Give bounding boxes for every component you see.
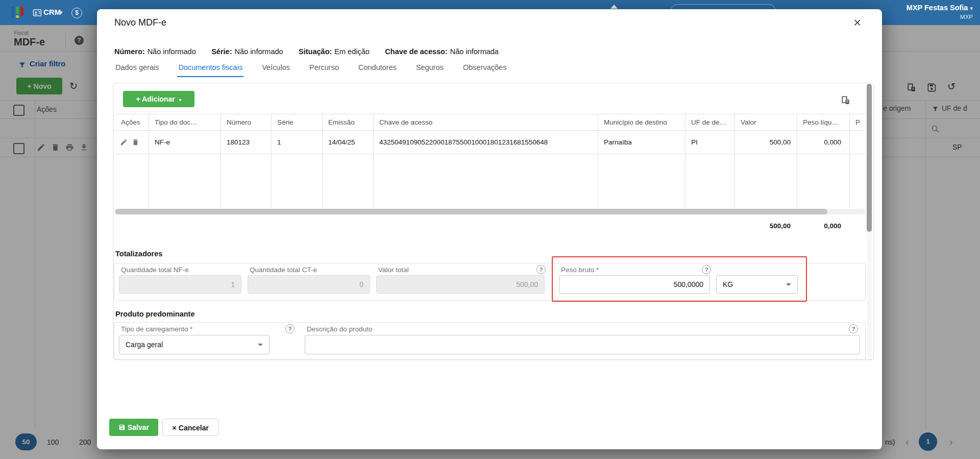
status-value: Em edição: [334, 47, 370, 56]
cell-chave: 4325049109052200018755001000180123168155…: [373, 138, 598, 146]
vertical-scrollbar[interactable]: [867, 84, 872, 357]
crm-person-icon: [33, 8, 42, 17]
produto-heading: Produto predominante: [115, 310, 194, 318]
user-name: MXP Festas Sofia: [906, 4, 968, 12]
close-icon[interactable]: ×: [853, 16, 861, 29]
totalizadores-heading: Totalizadores: [115, 250, 162, 258]
row-actions: [115, 138, 149, 146]
tab-condutores[interactable]: Condutores: [357, 61, 398, 76]
edit-pencil-icon[interactable]: [120, 138, 128, 146]
total-valor: 500,00: [734, 222, 791, 230]
peso-unit-value: KG: [723, 280, 733, 288]
grid-header[interactable]: Número: [220, 118, 271, 126]
peso-unit-select[interactable]: KG: [716, 275, 798, 294]
finance-dollar-icon[interactable]: $: [71, 8, 82, 18]
status-value: Não informado: [235, 47, 283, 56]
descricao-produto-label: Descrição do produto: [307, 325, 372, 333]
valor-total-input: [376, 275, 545, 294]
peso-bruto-label: Peso bruto *: [561, 266, 599, 274]
app-logo[interactable]: [11, 7, 23, 18]
status-line: Número:Não informado Série:Não informado…: [114, 47, 512, 56]
screen: Fiscal MDF-e ? Criar filtro + Novo ↻ Açõ…: [0, 0, 980, 459]
status-label: Chave de acesso:: [385, 47, 448, 56]
grid-row[interactable]: NF-e 180123 1 14/04/25 43250491090522000…: [115, 130, 865, 154]
grid-header[interactable]: Emissão: [322, 118, 373, 126]
chevron-down-icon: [258, 344, 263, 346]
qtd-nfe-input: [119, 275, 241, 294]
dialog-title: Novo MDF-e: [114, 17, 166, 28]
grid-header[interactable]: Ações: [115, 118, 149, 126]
status-label: Situação:: [299, 47, 332, 56]
status-label: Série:: [211, 47, 232, 56]
status-value: Não informado: [148, 47, 196, 56]
grid-header[interactable]: P: [849, 118, 865, 126]
tab-observacoes[interactable]: Observações: [462, 61, 507, 76]
tab-veiculos[interactable]: Veículos: [261, 61, 291, 76]
peso-bruto-input[interactable]: [559, 275, 710, 294]
cancel-x-icon: ×: [172, 423, 177, 432]
grid-header[interactable]: Tipo do doc…: [149, 118, 220, 126]
tipo-carregamento-select[interactable]: Carga geral: [119, 335, 270, 354]
total-peso: 0,000: [797, 222, 841, 230]
tab-documentos-fiscais[interactable]: Documentos fiscais: [177, 61, 243, 77]
cell-municipio: Parnaíba: [598, 138, 685, 146]
cell-uf: PI: [685, 138, 734, 146]
qtd-cte-input: [248, 275, 370, 294]
tipo-carregamento-label: Tipo de carregamento *: [121, 325, 193, 333]
valor-total-label: Valor total: [378, 266, 409, 274]
user-menu[interactable]: MXP Festas Sofia ▾ MXP: [906, 3, 973, 20]
grid-header[interactable]: UF de de…: [685, 118, 734, 126]
column-chooser-icon[interactable]: [841, 95, 850, 105]
descricao-produto-help-icon[interactable]: ?: [849, 324, 858, 333]
crm-chevron-down-icon: ▾: [60, 9, 63, 16]
documentos-fiscais-panel: + Adicionar ▾ Ações: [113, 83, 874, 359]
grid-header[interactable]: Chave de acesso: [373, 118, 598, 126]
grid-header-row: Ações Tipo do doc… Número Série Emissão …: [115, 114, 865, 130]
horizontal-scrollbar[interactable]: [115, 209, 865, 214]
grid-header[interactable]: Valor: [734, 118, 797, 126]
cell-valor: 500,00: [734, 138, 797, 146]
add-document-button[interactable]: + Adicionar ▾: [123, 91, 194, 107]
descricao-produto-input[interactable]: [305, 335, 860, 354]
chevron-down-icon: [786, 283, 791, 286]
qtd-nfe-label: Quantidade total NF-e: [121, 266, 189, 274]
tab-percurso[interactable]: Percurso: [308, 61, 340, 76]
cell-numero: 180123: [220, 138, 271, 146]
status-label: Número:: [114, 47, 145, 56]
dialog-tabs: Dados geraisDocumentos fiscaisVeículosPe…: [114, 61, 525, 77]
tipo-carregamento-value: Carga geral: [126, 341, 163, 349]
tab-seguros[interactable]: Seguros: [415, 61, 445, 76]
peso-bruto-help-icon[interactable]: ?: [702, 265, 711, 274]
status-value: Não informada: [450, 47, 499, 56]
grid-header[interactable]: Peso líqu…: [797, 118, 849, 126]
qtd-cte-label: Quantidade total CT-e: [250, 266, 317, 274]
cell-tipo: NF-e: [149, 138, 220, 146]
grid-header[interactable]: Série: [271, 118, 322, 126]
delete-trash-icon[interactable]: [132, 138, 139, 146]
documents-grid: Ações Tipo do doc… Número Série Emissão …: [115, 114, 865, 208]
tipo-carregamento-help-icon[interactable]: ?: [285, 324, 295, 333]
user-chevron-down-icon: ▾: [970, 5, 973, 11]
crm-menu[interactable]: CRM: [43, 7, 61, 17]
cell-serie: 1: [271, 138, 322, 146]
save-floppy-icon: [118, 424, 126, 431]
novo-mdfe-dialog: Novo MDF-e × Número:Não informado Série:…: [97, 9, 882, 449]
cell-peso: 0,000: [797, 138, 849, 146]
valor-total-help-icon[interactable]: ?: [536, 265, 546, 274]
save-button[interactable]: Salvar: [109, 419, 158, 436]
cancel-button[interactable]: ×Cancelar: [162, 419, 218, 436]
grid-header[interactable]: Município de destino: [598, 118, 685, 126]
menu-caret-up-icon: [610, 5, 618, 9]
user-org: MXP: [906, 13, 973, 20]
cell-emissao: 14/04/25: [322, 138, 373, 146]
tab-dados-gerais[interactable]: Dados gerais: [114, 61, 160, 76]
